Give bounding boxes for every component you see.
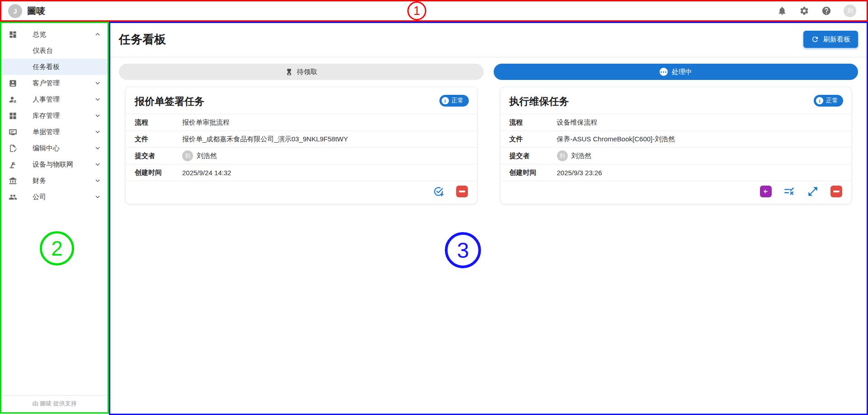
sidebar-item-label: 公司 — [33, 193, 94, 201]
sidebar-item-label: 任务看板 — [33, 63, 102, 71]
card-row-created: 创建时间 2025/9/3 23:26 — [500, 164, 852, 181]
submitter-avatar: 刘 — [182, 150, 193, 161]
sidebar-item-label: 客户管理 — [33, 79, 94, 88]
column-title: 处理中 — [672, 68, 692, 76]
hourglass-icon — [285, 68, 293, 76]
page-title-bar: 任务看板 刷新看板 — [109, 22, 868, 57]
sidebar-item-finance[interactable]: 财务 — [0, 173, 109, 189]
people-icon — [8, 192, 17, 201]
card-row-submitter: 提交者 刘 刘浩然 — [126, 147, 477, 164]
status-badge: i 正常 — [439, 95, 469, 107]
chevron-down-icon — [94, 144, 102, 152]
sidebar-item-devices-iot[interactable]: 设备与物联网 — [0, 156, 109, 173]
expand-icon[interactable] — [807, 186, 819, 197]
sidebar-item-label: 仪表台 — [33, 47, 102, 55]
info-icon: i — [442, 97, 449, 104]
top-header: J 圖唛 刘 — [0, 0, 868, 22]
help-icon[interactable] — [821, 6, 831, 16]
chevron-down-icon — [94, 128, 102, 136]
header-actions: 刘 — [777, 5, 860, 17]
sidebar-item-label: 人事管理 — [33, 95, 94, 104]
sidebar-item-overview[interactable]: 总览 — [0, 26, 109, 42]
card-header: 执行维保任务 i 正常 — [500, 87, 852, 114]
card-row-process: 流程 设备维保流程 — [500, 114, 852, 131]
sidebar-item-dashboard[interactable]: 仪表台 — [0, 42, 109, 59]
info-icon: i — [816, 97, 823, 104]
sidebar-item-label: 单据管理 — [33, 128, 94, 136]
robot-arm-icon — [8, 160, 17, 169]
chevron-down-icon — [94, 177, 102, 185]
sidebar-item-label: 编辑中心 — [33, 144, 94, 153]
card-row-submitter: 提交者 刘 刘浩然 — [500, 147, 852, 164]
card-row-process: 流程 报价单审批流程 — [126, 114, 477, 131]
task-card-quote-signing: 报价单签署任务 i 正常 流程 报价单审批流程 文件 报价单_成都嘉禾食品有限公… — [125, 87, 477, 204]
sidebar-item-company[interactable]: 公司 — [0, 189, 109, 205]
sidebar-item-label: 财务 — [33, 177, 94, 185]
chevron-down-icon — [94, 160, 102, 168]
contact-card-icon — [8, 79, 17, 88]
user-avatar[interactable]: 刘 — [844, 5, 856, 17]
column-header-pending: 待领取 — [119, 64, 484, 80]
remove-icon[interactable] — [456, 186, 468, 197]
column-title: 待领取 — [297, 68, 317, 76]
card-row-file: 文件 保养-ASUS ChromeBook[C600]-刘浩然 — [500, 131, 852, 147]
bell-icon[interactable] — [777, 6, 787, 16]
submitter-name: 刘浩然 — [197, 152, 217, 160]
sidebar-item-label: 总览 — [33, 30, 94, 39]
chevron-down-icon — [94, 79, 102, 87]
grid-icon — [8, 111, 17, 120]
task-card-maintenance: 执行维保任务 i 正常 流程 设备维保流程 文件 保养-ASUS ChromeB… — [500, 87, 852, 204]
app-root: J 圖唛 刘 总览 仪表台 任务看板 — [0, 0, 868, 415]
claim-task-icon[interactable] — [433, 186, 444, 197]
ellipsis-icon — [660, 68, 668, 76]
card-row-file: 文件 报价单_成都嘉禾食品有限公司_演示03_9NKL9F58tWY — [126, 131, 477, 147]
dashboard-icon — [8, 30, 17, 39]
sidebar-item-label: 设备与物联网 — [33, 160, 94, 169]
person-gear-icon — [8, 95, 17, 104]
chevron-down-icon — [94, 193, 102, 201]
chevron-down-icon — [94, 95, 102, 103]
sidebar-item-task-board[interactable]: 任务看板 — [0, 59, 109, 75]
card-actions — [500, 181, 852, 204]
card-actions — [126, 181, 477, 204]
brand-name: 圖唛 — [27, 5, 45, 17]
refresh-board-button[interactable]: 刷新看板 — [803, 31, 858, 48]
sidebar: 总览 仪表台 任务看板 客户管理 人事管理 库存 — [0, 22, 109, 414]
sidebar-item-inventory[interactable]: 库存管理 — [0, 107, 109, 124]
remove-icon[interactable] — [830, 186, 842, 197]
refresh-icon — [811, 35, 819, 43]
submitter-name: 刘浩然 — [571, 152, 592, 160]
card-title: 报价单签署任务 — [135, 95, 204, 108]
return-task-icon[interactable] — [760, 186, 772, 197]
status-label: 正常 — [452, 97, 464, 105]
main-content: 任务看板 刷新看板 待领取 处理中 报价单签署任务 i 正常 — [109, 22, 868, 415]
status-badge: i 正常 — [814, 95, 843, 107]
brand: J 圖唛 — [8, 4, 45, 18]
sidebar-item-hr[interactable]: 人事管理 — [0, 91, 109, 107]
card-title: 执行维保任务 — [509, 95, 569, 108]
page-title: 任务看板 — [119, 32, 166, 47]
brand-logo: J — [8, 4, 22, 18]
task-board: 待领取 处理中 报价单签署任务 i 正常 流程 报价单审批流程 — [109, 57, 868, 204]
chevron-up-icon — [94, 30, 102, 38]
document-list-icon — [8, 127, 17, 136]
card-row-created: 创建时间 2025/9/24 14:32 — [126, 164, 477, 181]
sidebar-item-customers[interactable]: 客户管理 — [0, 75, 109, 91]
status-label: 正常 — [826, 97, 838, 105]
refresh-button-label: 刷新看板 — [823, 35, 850, 44]
sidebar-item-edit-center[interactable]: 编辑中心 — [0, 140, 109, 156]
submitter-avatar: 刘 — [557, 150, 568, 161]
bank-icon — [8, 176, 17, 185]
chevron-down-icon — [94, 112, 102, 120]
edit-document-icon — [8, 144, 17, 153]
sidebar-footer: 由 圖唛 提供支持 — [0, 395, 109, 411]
checklist-icon[interactable] — [783, 186, 795, 197]
card-header: 报价单签署任务 i 正常 — [126, 87, 477, 114]
gear-icon[interactable] — [799, 6, 809, 16]
sidebar-item-documents[interactable]: 单据管理 — [0, 124, 109, 140]
sidebar-item-label: 库存管理 — [33, 112, 94, 120]
column-header-processing: 处理中 — [494, 64, 859, 80]
